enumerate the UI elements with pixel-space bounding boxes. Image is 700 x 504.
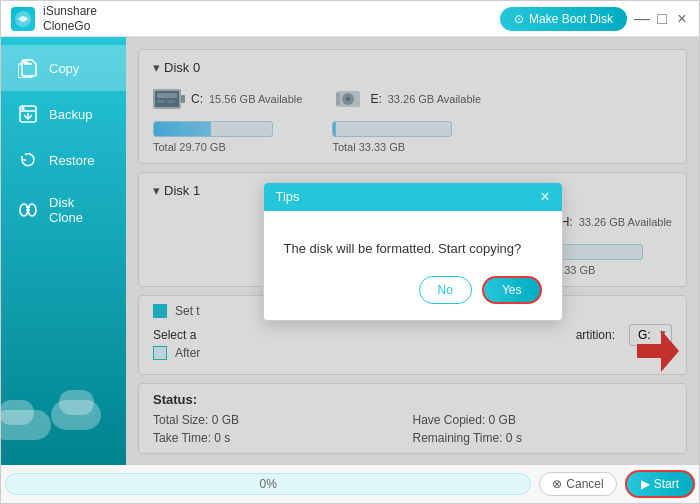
sidebar: Copy Backup [1,37,126,465]
sidebar-item-backup[interactable]: Backup [1,91,126,137]
copy-icon [17,57,39,79]
title-bar-left: iSunshare CloneGo [11,4,97,33]
modal-header: Tips × [264,183,562,211]
boot-disk-icon: ⊙ [514,12,524,26]
start-icon: ▶ [641,477,650,491]
modal-message: The disk will be formatted. Start copyin… [284,241,542,256]
maximize-button[interactable]: □ [655,12,669,26]
sidebar-item-restore[interactable]: Restore [1,137,126,183]
tips-modal: Tips × The disk will be formatted. Start… [263,182,563,321]
progress-percent: 0% [259,477,276,491]
restore-label: Restore [49,153,95,168]
cancel-label: Cancel [566,477,603,491]
backup-label: Backup [49,107,92,122]
sidebar-item-disk-clone[interactable]: Disk Clone [1,183,126,237]
cloud-decoration-2 [51,400,101,430]
start-label: Start [654,477,679,491]
yes-button[interactable]: Yes [482,276,542,304]
sidebar-item-copy[interactable]: Copy [1,45,126,91]
content-area: Disk 0 [126,37,699,465]
app-name: iSunshare CloneGo [43,4,97,33]
modal-close-button[interactable]: × [540,189,549,205]
sidebar-clouds [1,385,126,445]
app-window: iSunshare CloneGo ⊙ Make Boot Disk — □ × [0,0,700,504]
window-controls: — □ × [635,12,689,26]
modal-title-label: Tips [276,189,300,204]
no-button[interactable]: No [419,276,472,304]
modal-body: The disk will be formatted. Start copyin… [264,211,562,276]
svg-point-4 [22,108,24,110]
copy-label: Copy [49,61,79,76]
progress-track: 0% [5,473,531,495]
cloud-decoration-1 [1,410,51,440]
restore-icon [17,149,39,171]
make-boot-disk-button[interactable]: ⊙ Make Boot Disk [500,7,627,31]
modal-footer: No Yes [264,276,562,320]
main-layout: Copy Backup [1,37,699,465]
cancel-icon: ⊗ [552,477,562,491]
title-bar-right: ⊙ Make Boot Disk — □ × [500,7,689,31]
disk-clone-icon [17,199,39,221]
minimize-button[interactable]: — [635,12,649,26]
start-button[interactable]: ▶ Start [625,470,695,498]
disk-clone-label: Disk Clone [49,195,110,225]
modal-overlay: Tips × The disk will be formatted. Start… [126,37,699,465]
progress-bar-section: 0% ⊗ Cancel ▶ Start [1,465,699,503]
backup-icon [17,103,39,125]
title-bar: iSunshare CloneGo ⊙ Make Boot Disk — □ × [1,1,699,37]
close-button[interactable]: × [675,12,689,26]
app-logo [11,7,35,31]
cancel-button[interactable]: ⊗ Cancel [539,472,616,496]
sidebar-bottom [1,237,126,465]
